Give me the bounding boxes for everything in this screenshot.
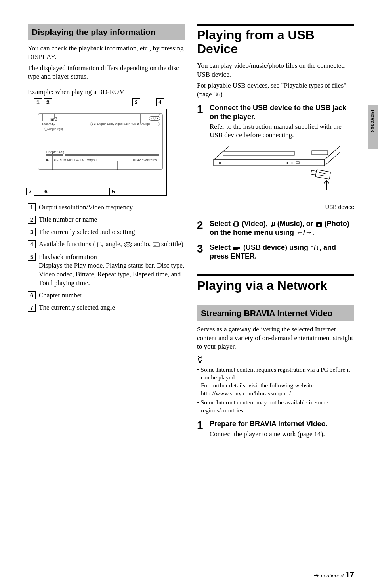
osd-title-icon: ▣ 3: [50, 117, 57, 121]
osd-audio-pill: ♪ 2: English Dolby Digital 5.1ch 48kHz 7…: [90, 122, 160, 126]
svg-rect-40: [199, 361, 201, 363]
example-label: Example: when playing a BD-ROM: [28, 88, 185, 96]
list-item: 1 Output resolution/Video frequency: [28, 203, 185, 212]
paragraph: Serves as a gateway delivering the selec…: [197, 325, 354, 351]
item-sub: Displays the Play mode, Playing status b…: [39, 261, 185, 287]
svg-point-12: [155, 245, 156, 246]
item-text: Title number or name: [39, 215, 185, 224]
usb-diagram: USB device: [210, 142, 354, 210]
step-desc: Connect the player to a network (page 14…: [210, 430, 354, 439]
step-title: Select (USB device) using ↑/↓, and press…: [210, 243, 354, 260]
svg-rect-10: [153, 243, 159, 247]
item-text: The currently selected angle: [39, 303, 185, 312]
tip-subline: For further details, visit the following…: [201, 381, 354, 389]
svg-point-9: [127, 244, 129, 246]
page-number: 17: [346, 570, 354, 579]
svg-rect-32: [239, 224, 239, 224]
item-text: Available functions ( angle, audio, subt…: [39, 240, 185, 249]
svg-rect-23: [315, 170, 331, 179]
svg-point-39: [198, 357, 202, 361]
callout-4: 4: [156, 98, 164, 106]
side-thumb-label: Playback: [370, 110, 376, 132]
svg-rect-18: [312, 151, 328, 155]
item-number: 3: [28, 228, 36, 236]
heading-network: Playing via a Network: [197, 279, 354, 293]
osd-play-icon: ▶: [46, 158, 49, 162]
svg-rect-37: [233, 247, 238, 250]
callout-list: 1 Output resolution/Video frequency 2 Ti…: [28, 203, 185, 316]
subtitle-icon: [153, 242, 160, 247]
callout-2: 2: [44, 98, 52, 106]
osd-repeat-icon: ⟳: [89, 158, 92, 162]
item-number: 7: [28, 304, 36, 312]
photo-icon: [315, 221, 323, 227]
item-number: 5: [28, 253, 36, 261]
svg-rect-33: [239, 225, 239, 225]
left-column: Displaying the play information You can …: [28, 24, 185, 441]
item-text: The currently selected audio setting: [39, 228, 185, 236]
item-text: Playback information Displays the Play m…: [39, 253, 185, 287]
step-number: 1: [197, 420, 205, 438]
right-column: Playing from a USB Device You can play v…: [197, 24, 354, 441]
osd-inner-box: ▣ 3 ⦛ ◯ ⊡ 1080/24p ♪ 2: English Dolby Di…: [38, 113, 163, 170]
audio-icon: [124, 242, 132, 247]
svg-rect-30: [233, 225, 234, 225]
tip-item: Some Internet content may not be availab…: [197, 398, 354, 414]
svg-point-8: [126, 243, 130, 246]
svg-point-36: [318, 224, 320, 226]
continued-arrow-icon: ➔: [314, 572, 319, 579]
step-number: 2: [197, 220, 205, 238]
page-footer: ➔ continued 17: [314, 570, 354, 579]
item-text: Chapter number: [39, 291, 185, 300]
svg-marker-15: [214, 160, 325, 166]
item-number: 6: [28, 291, 36, 299]
list-item: 3 The currently selected audio setting: [28, 228, 185, 236]
svg-rect-28: [233, 222, 234, 223]
usb-device-icon: [233, 245, 241, 251]
play-display-diagram: 1 2 3 4 7 6 5 ▣ 3 ⦛ ◯: [26, 98, 169, 197]
item-number: 1: [28, 203, 36, 211]
svg-rect-27: [235, 222, 238, 226]
svg-point-11: [154, 245, 155, 246]
step-number: 3: [197, 243, 205, 262]
svg-rect-17: [223, 151, 294, 155]
section-title-bravia: Streaming BRAVIA Internet Video: [197, 305, 354, 321]
angle-icon: [97, 242, 104, 247]
paragraph: You can play video/music/photo files on …: [197, 61, 354, 79]
item-text: Output resolution/Video frequency: [39, 203, 185, 212]
music-icon: [270, 221, 275, 227]
video-icon: [233, 221, 240, 227]
osd-resolution: 1080/24p: [42, 123, 55, 126]
tips-list: Some Internet content requires registrat…: [197, 366, 354, 415]
osd-time: 00:42:52/99:59:59: [133, 158, 158, 162]
step-number: 1: [197, 104, 205, 214]
svg-rect-24: [311, 170, 317, 175]
step-row: 1 Connect the USB device to the USB jack…: [197, 104, 354, 214]
list-item: 4 Available functions ( angle, audio, su…: [28, 240, 185, 249]
list-item: 2 Title number or name: [28, 215, 185, 224]
svg-rect-29: [233, 224, 234, 224]
callout-3: 3: [132, 98, 140, 106]
list-item: 5 Playback information Displays the Play…: [28, 253, 185, 287]
svg-rect-38: [238, 247, 240, 249]
osd-angle: ◯ Angle 2(3): [44, 127, 63, 131]
tip-link: http://www.sony.com/bluraysupport/: [201, 389, 354, 397]
section-title-play-info: Displaying the play information: [28, 24, 185, 40]
list-item: 6 Chapter number: [28, 291, 185, 300]
heading-rule: [197, 274, 354, 276]
callout-7: 7: [26, 188, 34, 195]
list-item: 7 The currently selected angle: [28, 303, 185, 312]
step-row: 1 Prepare for BRAVIA Internet Video. Con…: [197, 420, 354, 438]
svg-point-13: [157, 245, 157, 246]
usb-caption: USB device: [210, 204, 354, 210]
paragraph: For playable USB devices, see "Playable …: [197, 81, 354, 99]
step-row: 2 Select (Video), (Music), or (Photo) on…: [197, 220, 354, 238]
callout-1: 1: [34, 98, 42, 106]
continued-label: continued: [321, 573, 343, 578]
paragraph: The displayed information differs depend…: [28, 64, 185, 81]
paragraph: You can check the playback information, …: [28, 44, 185, 61]
osd-chapter: Chapter 4(9): [46, 150, 64, 154]
step-desc: Refer to the instruction manual supplied…: [210, 123, 354, 140]
item-number: 2: [28, 216, 36, 224]
osd-functions-pill: ⦛ ◯ ⊡: [149, 116, 160, 121]
